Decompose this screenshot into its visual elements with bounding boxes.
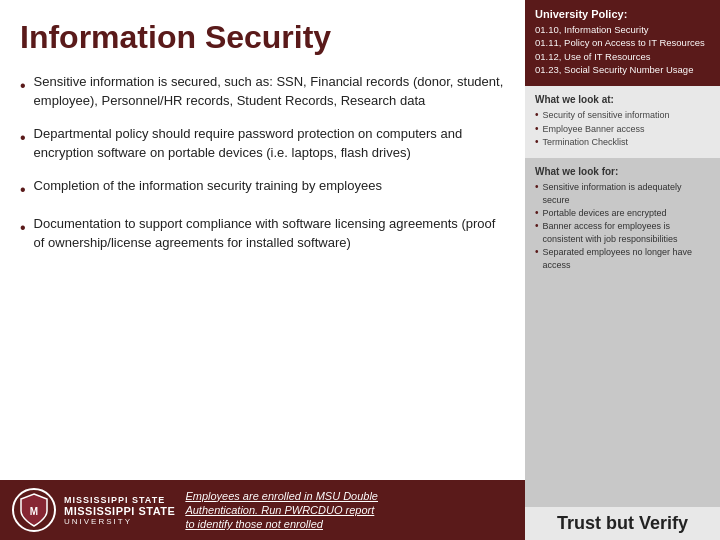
bullet-icon: •: [20, 74, 26, 97]
left-panel: Information Security • Sensitive informa…: [0, 0, 525, 540]
trust-bar: Trust but Verify: [525, 507, 720, 540]
list-item-text: Completion of the information security t…: [34, 177, 382, 196]
list-item-text: Sensitive information is secured, such a…: [34, 73, 505, 111]
list-item: • Departmental policy should require pas…: [20, 125, 505, 163]
university-policy-list: 01.10, Information Security 01.11, Polic…: [535, 23, 710, 76]
list-item: • Sensitive information is secured, such…: [20, 73, 505, 111]
bottom-bar: M MISSISSIPPI STATE MISSISSIPPI STATE UN…: [0, 480, 525, 540]
university-policy-section: University Policy: 01.10, Information Se…: [525, 0, 720, 86]
look-for-title: What we look for:: [535, 166, 710, 177]
right-panel: University Policy: 01.10, Information Se…: [525, 0, 720, 540]
policy-item: 01.10, Information Security: [535, 23, 710, 36]
bullet-icon: •: [20, 178, 26, 201]
trust-text: Trust but Verify: [557, 513, 688, 534]
look-at-item: Security of sensitive information: [535, 109, 710, 123]
svg-text:M: M: [30, 506, 38, 517]
policy-item: 01.12, Use of IT Resources: [535, 50, 710, 63]
bullet-list: • Sensitive information is secured, such…: [20, 73, 505, 252]
list-item-text: Documentation to support compliance with…: [34, 215, 505, 253]
bottom-description: Employees are enrolled in MSU Double Aut…: [185, 489, 378, 532]
look-for-item: Portable devices are encrypted: [535, 207, 710, 221]
policy-item: 01.11, Policy on Access to IT Resources: [535, 36, 710, 49]
look-for-item: Banner access for employees is consisten…: [535, 220, 710, 246]
look-at-item: Termination Checklist: [535, 136, 710, 150]
look-at-item: Employee Banner access: [535, 123, 710, 137]
what-we-look-at-section: What we look at: Security of sensitive i…: [525, 86, 720, 158]
what-we-look-for-section: What we look for: Sensitive information …: [525, 158, 720, 507]
policy-item: 01.23, Social Security Number Usage: [535, 63, 710, 76]
msu-logo-area: M MISSISSIPPI STATE MISSISSIPPI STATE UN…: [12, 488, 175, 532]
bullet-icon: •: [20, 216, 26, 239]
msu-name-top: MISSISSIPPI STATE: [64, 495, 175, 505]
list-item: • Completion of the information security…: [20, 177, 505, 201]
look-at-list: Security of sensitive information Employ…: [535, 109, 710, 150]
bullet-icon: •: [20, 126, 26, 149]
list-item: • Documentation to support compliance wi…: [20, 215, 505, 253]
msu-name-sub: UNIVERSITY: [64, 517, 175, 526]
university-policy-title: University Policy:: [535, 8, 710, 20]
look-for-list: Sensitive information is adequately secu…: [535, 181, 710, 273]
msu-logo: M: [12, 488, 56, 532]
msu-name-main: MISSISSIPPI STATE: [64, 505, 175, 517]
page-title: Information Security: [20, 20, 505, 55]
look-at-title: What we look at:: [535, 94, 710, 105]
msu-text: MISSISSIPPI STATE MISSISSIPPI STATE UNIV…: [64, 495, 175, 526]
look-for-item: Separated employees no longer have acces…: [535, 246, 710, 272]
list-item-text: Departmental policy should require passw…: [34, 125, 505, 163]
look-for-item: Sensitive information is adequately secu…: [535, 181, 710, 207]
